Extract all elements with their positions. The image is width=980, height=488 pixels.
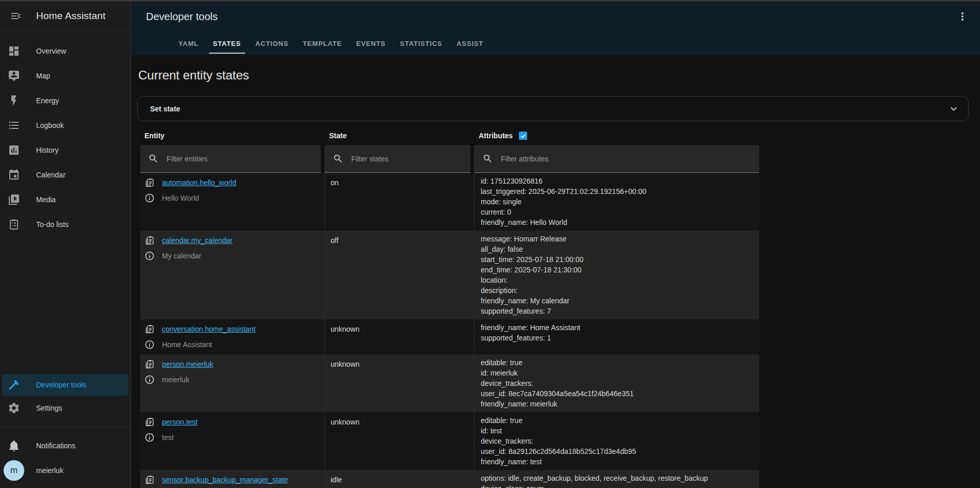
attributes-filter-cell xyxy=(475,145,759,173)
state-cell: unknown xyxy=(325,412,475,470)
entity-link[interactable]: sensor.backup_backup_manager_state xyxy=(162,476,288,484)
attribute-line: device_trackers: xyxy=(481,378,753,388)
search-icon xyxy=(148,153,159,164)
lightning-bolt-icon xyxy=(8,94,20,107)
attribute-line: friendly_name: Home Assistant xyxy=(481,322,753,333)
clipboard-list-icon xyxy=(8,218,20,231)
copy-entity-id-icon[interactable] xyxy=(144,475,155,485)
tab-states[interactable]: STATES xyxy=(206,31,248,55)
entity-friendly-name: My calendar xyxy=(162,252,201,260)
attribute-line: user_id: 8a29126c2d564da18b525c17d3e4db9… xyxy=(481,446,753,457)
sidebar-toggle-icon[interactable] xyxy=(10,10,22,22)
attribute-line: id: meierluk xyxy=(481,368,753,378)
main-area: Developer tools YAML STATES ACTIONS TEMP… xyxy=(131,0,980,488)
sidebar-item-todo-lists[interactable]: To-do lists xyxy=(0,212,130,237)
attribute-line: end_time: 2025-07-18 21:30:00 xyxy=(481,265,753,275)
attribute-line: supported_features: 7 xyxy=(481,306,753,316)
set-state-expansion-panel[interactable]: Set state xyxy=(137,96,969,121)
bell-icon xyxy=(8,440,20,452)
search-icon xyxy=(333,153,344,164)
attribute-line: user_id: 8ec7ca7409304a5ea54c1f24b646e35… xyxy=(481,388,753,399)
attributes-header-label: Attributes xyxy=(479,132,513,140)
attribute-line: editable: true xyxy=(481,357,753,368)
tab-actions[interactable]: ACTIONS xyxy=(248,31,296,55)
entity-friendly-name: test xyxy=(162,433,174,442)
info-icon[interactable] xyxy=(144,432,155,443)
copy-entity-id-icon[interactable] xyxy=(144,359,155,369)
gear-icon xyxy=(8,402,20,414)
entity-filter-cell xyxy=(140,145,325,173)
entity-states-table: Entity State Attributes xyxy=(140,132,759,488)
table-row: sensor.backup_backup_manager_state Backu… xyxy=(140,470,759,488)
list-bulleted-icon xyxy=(8,119,20,132)
sidebar-item-overview[interactable]: Overview xyxy=(0,39,130,63)
entity-link[interactable]: person.meierluk xyxy=(162,360,214,368)
info-icon[interactable] xyxy=(144,193,155,203)
sidebar-item-user-profile[interactable]: m meierluk xyxy=(0,458,130,483)
sidebar-item-history[interactable]: History xyxy=(0,138,130,162)
filter-states-input[interactable] xyxy=(350,154,461,164)
entity-link[interactable]: automation.hello_world xyxy=(162,178,236,187)
info-icon[interactable] xyxy=(144,251,155,261)
copy-entity-id-icon[interactable] xyxy=(144,177,155,188)
info-icon[interactable] xyxy=(144,339,155,350)
sidebar-item-calendar[interactable]: Calendar xyxy=(0,162,130,187)
attributes-cell: editable: true id: test device_trackers:… xyxy=(475,412,759,470)
attribute-line: start_time: 2025-07-18 21:00:00 xyxy=(481,254,753,265)
entity-link[interactable]: calendar.my_calendar xyxy=(162,236,233,245)
state-cell: on xyxy=(325,173,475,231)
tab-events[interactable]: EVENTS xyxy=(349,31,393,55)
sidebar-item-label: To-do lists xyxy=(36,220,69,229)
chevron-down-icon xyxy=(948,103,960,115)
attribute-line: friendly_name: My calendar xyxy=(481,296,753,306)
tab-assist[interactable]: ASSIST xyxy=(449,31,491,55)
attributes-checkbox[interactable] xyxy=(519,132,527,140)
sidebar-item-label: Developer tools xyxy=(36,381,86,389)
attribute-line: message: Homarr Release xyxy=(481,234,753,244)
sidebar-item-developer-tools[interactable]: Developer tools xyxy=(2,374,128,396)
tab-yaml[interactable]: YAML xyxy=(171,31,206,55)
sidebar-divider xyxy=(0,427,130,427)
sidebar-item-map[interactable]: Map xyxy=(0,63,130,88)
column-header-entity: Entity xyxy=(140,132,325,140)
entity-link[interactable]: conversation.home_assistant xyxy=(162,325,255,333)
attribute-line: all_day: false xyxy=(481,244,753,254)
sidebar-item-notifications[interactable]: Notifications xyxy=(0,433,130,458)
state-cell: off xyxy=(325,231,475,319)
sidebar-item-logbook[interactable]: Logbook xyxy=(0,113,130,138)
table-row: automation.hello_world Hello World on id… xyxy=(140,173,759,231)
state-cell: unknown xyxy=(325,319,475,354)
tab-template[interactable]: TEMPLATE xyxy=(296,31,349,55)
sidebar-item-label: Map xyxy=(36,72,50,80)
table-row: conversation.home_assistant Home Assista… xyxy=(140,319,759,354)
overflow-menu-icon[interactable] xyxy=(956,10,969,23)
app-header: Developer tools YAML STATES ACTIONS TEMP… xyxy=(131,0,980,55)
set-state-label: Set state xyxy=(150,105,180,113)
copy-entity-id-icon[interactable] xyxy=(144,417,155,427)
filter-entities-input[interactable] xyxy=(166,154,304,164)
sidebar-item-label: Logbook xyxy=(36,121,64,129)
attribute-line: device_trackers: xyxy=(481,436,753,446)
attribute-line: last_triggered: 2025-06-29T21:02:29.1921… xyxy=(481,186,753,197)
states-panel: Current entity states Set state Entity S… xyxy=(131,55,980,488)
entity-cell: conversation.home_assistant Home Assista… xyxy=(140,319,325,354)
tab-statistics[interactable]: STATISTICS xyxy=(393,31,449,55)
entity-link[interactable]: person.test xyxy=(162,418,198,426)
attributes-cell: editable: true id: meierluk device_track… xyxy=(475,354,759,412)
state-cell: unknown xyxy=(325,354,475,412)
play-box-multiple-icon xyxy=(8,193,20,206)
copy-entity-id-icon[interactable] xyxy=(144,235,155,246)
app-name: Home Assistant xyxy=(36,10,106,22)
entity-cell: automation.hello_world Hello World xyxy=(140,173,325,231)
info-icon[interactable] xyxy=(144,375,155,385)
filter-attributes-input[interactable] xyxy=(500,154,722,164)
sidebar-item-label: Settings xyxy=(36,404,62,412)
checkmark-icon xyxy=(520,133,527,139)
copy-entity-id-icon[interactable] xyxy=(144,324,155,334)
sidebar-spacer xyxy=(0,237,130,374)
table-row: person.test test unknown editable: true … xyxy=(140,412,759,470)
sidebar-item-media[interactable]: Media xyxy=(0,187,130,212)
sidebar-item-energy[interactable]: Energy xyxy=(0,88,130,113)
sidebar-item-settings[interactable]: Settings xyxy=(0,396,130,420)
sidebar-bottom: Developer tools Settings Notifications m… xyxy=(0,374,130,488)
